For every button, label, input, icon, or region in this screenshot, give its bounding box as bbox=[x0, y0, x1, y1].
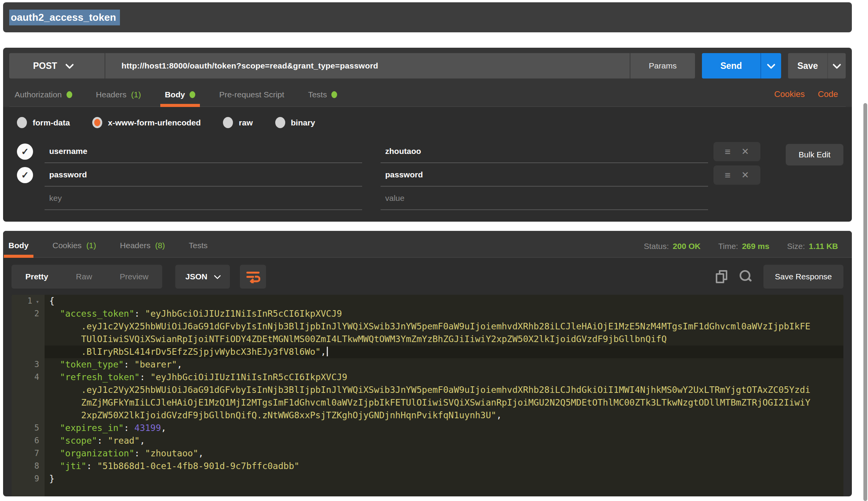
json-punct bbox=[49, 359, 60, 369]
save-button[interactable]: Save bbox=[788, 53, 846, 78]
kv-value-input[interactable]: value bbox=[381, 187, 708, 210]
checkbox-checked-icon[interactable]: ✓ bbox=[17, 167, 33, 183]
method-label: POST bbox=[33, 61, 57, 71]
kv-row: ✓usernamezhoutaoo≡✕ bbox=[11, 140, 844, 163]
send-menu-button[interactable] bbox=[760, 53, 781, 78]
code-text: "token_type": "bearer", bbox=[45, 358, 843, 371]
request-tab-authorization[interactable]: Authorization bbox=[12, 90, 75, 106]
kv-checkbox-cell: ✓ bbox=[11, 144, 45, 160]
green-status-dot bbox=[331, 91, 337, 98]
json-punct bbox=[49, 309, 60, 319]
kv-value-input[interactable]: password bbox=[381, 163, 708, 187]
code-text: 2xpZW50X2lkIjoidGVzdF9jbGllbnQifQ.zNtWWG… bbox=[45, 409, 843, 422]
code-line: ZmZjMGFkYmIiLCJleHAiOjE1MzQ1MjI2MTgsImF1… bbox=[12, 396, 843, 409]
json-key: "expires_in" bbox=[60, 423, 124, 433]
bulk-edit-button[interactable]: Bulk Edit bbox=[786, 144, 843, 165]
line-number: 3 bbox=[12, 358, 45, 371]
view-mode-preview[interactable]: Preview bbox=[106, 265, 163, 289]
request-body-editor: form-datax-www-form-urlencodedrawbinary … bbox=[3, 107, 852, 222]
request-tab-headers[interactable]: Headers(1) bbox=[93, 90, 144, 106]
code-line: 7 "organization": "zhoutaoo", bbox=[12, 447, 843, 460]
remove-row-icon[interactable]: ✕ bbox=[742, 170, 749, 180]
fold-caret-icon[interactable]: ▾ bbox=[32, 298, 39, 305]
save-menu-button[interactable] bbox=[827, 53, 846, 78]
kv-key-input[interactable]: password bbox=[45, 163, 362, 187]
code-line: 8 "jti": "51b868d1-0ce1-4fb8-901d-9c7bff… bbox=[12, 460, 843, 473]
request-tab-label-tests: Tests bbox=[308, 90, 327, 99]
copy-icon[interactable] bbox=[716, 270, 727, 283]
kv-key-input[interactable]: username bbox=[45, 140, 362, 163]
view-mode-pretty[interactable]: Pretty bbox=[12, 265, 62, 289]
request-tab-tests[interactable]: Tests bbox=[305, 90, 340, 106]
format-chevron-icon bbox=[214, 272, 221, 279]
drag-handle-icon[interactable]: ≡ bbox=[725, 147, 730, 157]
json-punct: : bbox=[86, 461, 97, 471]
search-icon[interactable] bbox=[739, 270, 752, 283]
json-string: "eyJhbGciOiJIUzI1NiIsInR5cCI6IkpXVCJ9 bbox=[150, 372, 347, 382]
json-punct bbox=[49, 436, 60, 446]
kv-key-input[interactable]: key bbox=[45, 187, 362, 210]
remove-row-icon[interactable]: ✕ bbox=[742, 147, 749, 156]
body-mode-form-data[interactable]: form-data bbox=[17, 117, 70, 128]
drag-handle-icon[interactable]: ≡ bbox=[725, 170, 730, 180]
request-tab-body[interactable]: Body bbox=[162, 90, 199, 106]
format-select[interactable]: JSON bbox=[175, 265, 230, 289]
json-string: "51b868d1-0ce1-4fb8-901d-9c7bffc0adbb" bbox=[97, 461, 299, 471]
send-chevron-icon bbox=[767, 60, 776, 69]
json-key: "scope" bbox=[60, 436, 97, 446]
radio-icon bbox=[17, 117, 27, 128]
json-punct: , bbox=[321, 347, 326, 357]
kv-value-input[interactable]: zhoutaoo bbox=[381, 140, 708, 163]
urlencoded-kv-table: ✓usernamezhoutaoo≡✕✓passwordpassword≡✕ke… bbox=[11, 140, 844, 210]
json-string: .BlIryRbSL414rDv5EfzZSjpjvWybcX3hEJy3fV8… bbox=[49, 347, 321, 357]
send-button[interactable]: Send bbox=[702, 53, 781, 78]
response-tab-tests[interactable]: Tests bbox=[186, 241, 211, 257]
response-tab-body[interactable]: Body bbox=[5, 241, 32, 257]
cookies-link[interactable]: Cookies bbox=[774, 89, 805, 99]
json-punct: } bbox=[49, 474, 55, 484]
code-line: 5 "expires_in": 43199, bbox=[12, 422, 843, 434]
body-mode-raw[interactable]: raw bbox=[223, 117, 253, 128]
json-string: "bearer" bbox=[135, 359, 177, 369]
page-scrollbar[interactable] bbox=[863, 103, 867, 501]
body-mode-x-www-form-urlencoded[interactable]: x-www-form-urlencoded bbox=[92, 117, 201, 128]
request-name-input[interactable]: oauth2_access_token bbox=[9, 10, 120, 25]
method-select[interactable]: POST bbox=[9, 53, 105, 78]
json-key: "token_type" bbox=[60, 359, 124, 369]
view-mode-raw[interactable]: Raw bbox=[62, 265, 106, 289]
kv-actions-pill: ≡✕ bbox=[713, 142, 760, 161]
save-chevron-icon bbox=[833, 60, 841, 69]
meta-status: Status:200 OK bbox=[644, 242, 701, 251]
response-tab-headers[interactable]: Headers(8) bbox=[117, 241, 168, 257]
body-mode-label: form-data bbox=[33, 118, 70, 127]
wrap-text-button[interactable] bbox=[240, 265, 266, 289]
params-button[interactable]: Params bbox=[630, 53, 695, 78]
wrap-text-icon bbox=[246, 270, 260, 283]
json-string: 2xpZW50X2lkIjoidGVzdF9jbGllbnQifQ.zNtWWG… bbox=[49, 410, 496, 420]
code-text: ZmZjMGFkYmIiLCJleHAiOjE1MzQ1MjI2MTgsImF1… bbox=[45, 396, 843, 409]
code-text: "expires_in": 43199, bbox=[45, 422, 843, 434]
view-mode-switch: PrettyRawPreview bbox=[12, 265, 162, 289]
code-line: .BlIryRbSL414rDv5EfzZSjpjvWybcX3hEJy3fV8… bbox=[12, 346, 843, 358]
body-mode-binary[interactable]: binary bbox=[275, 117, 315, 128]
code-line: TUlOIiwiSVQiXSwianRpIjoiNTFiODY4ZDEtMGNl… bbox=[12, 333, 843, 346]
url-bar: POST http://host1:8000/oauth/token?scope… bbox=[9, 53, 695, 78]
json-punct bbox=[49, 372, 60, 382]
url-input[interactable]: http://host1:8000/oauth/token?scope=read… bbox=[105, 53, 630, 78]
request-tab-pre-request-script[interactable]: Pre-request Script bbox=[216, 90, 287, 106]
json-punct bbox=[49, 461, 60, 471]
response-body-code[interactable]: 1 ▾{2 "access_token": "eyJhbGciOiJIUzI1N… bbox=[12, 295, 843, 496]
code-filler bbox=[12, 485, 843, 496]
response-tab-cookies[interactable]: Cookies(1) bbox=[50, 241, 100, 257]
code-text: } bbox=[45, 473, 843, 485]
json-punct: , bbox=[177, 359, 182, 369]
json-punct: : bbox=[124, 423, 135, 433]
line-number: 4 bbox=[12, 371, 45, 384]
json-punct: , bbox=[198, 448, 204, 458]
request-tab-label-pre-request-script: Pre-request Script bbox=[219, 90, 284, 99]
line-number bbox=[12, 409, 45, 422]
save-response-button[interactable]: Save Response bbox=[763, 265, 843, 289]
checkbox-checked-icon[interactable]: ✓ bbox=[17, 144, 33, 160]
code-link[interactable]: Code bbox=[818, 89, 838, 99]
text-cursor bbox=[327, 347, 328, 356]
